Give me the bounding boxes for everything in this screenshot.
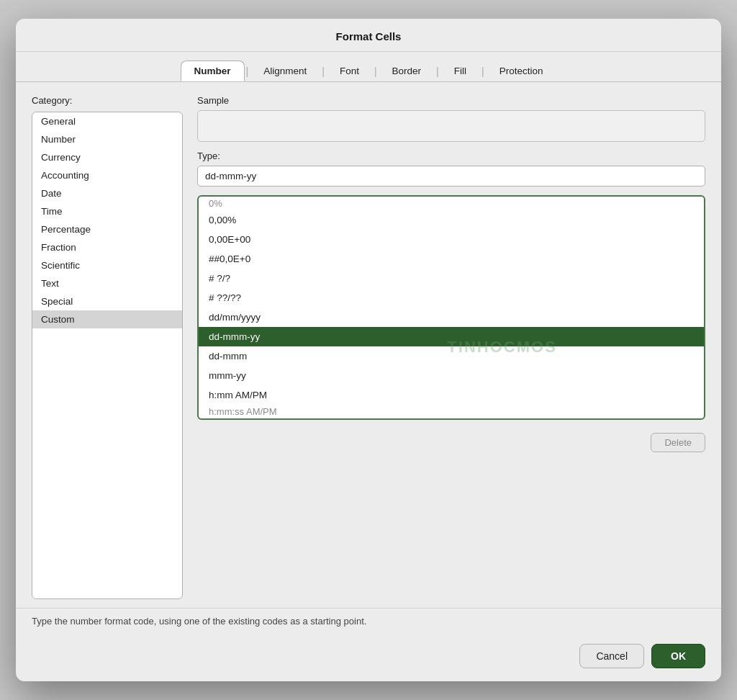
type-input[interactable] <box>197 166 705 187</box>
format-item-8[interactable]: dd-mmm <box>199 346 704 366</box>
tab-protection[interactable]: Protection <box>486 60 557 81</box>
category-item-percentage[interactable]: Percentage <box>32 220 182 238</box>
tab-sep-2: | <box>320 66 326 77</box>
type-label: Type: <box>197 151 705 161</box>
format-item-5[interactable]: # ??/?? <box>199 288 704 308</box>
format-item-1[interactable]: 0,00% <box>199 210 704 230</box>
category-item-special[interactable]: Special <box>32 292 182 310</box>
format-item-11[interactable]: h:mm:ss AM/PM <box>199 405 704 418</box>
sample-section: Sample <box>197 95 705 142</box>
format-item-7[interactable]: dd-mmm-yy <box>199 327 704 346</box>
format-list-wrapper: TINHOCMOS 0% 0,00% 0,00E+00 ##0,0E+0 # ?… <box>197 195 705 420</box>
category-item-scientific[interactable]: Scientific <box>32 256 182 274</box>
format-item-partial[interactable]: 0% <box>199 197 704 210</box>
cancel-button[interactable]: Cancel <box>579 644 644 668</box>
dialog-title: Format Cells <box>16 19 721 52</box>
footer-hint: Type the number format code, using one o… <box>16 608 721 637</box>
format-item-3[interactable]: ##0,0E+0 <box>199 249 704 269</box>
tab-sep-5: | <box>480 66 486 77</box>
content-area: Category: General Number Currency Accoun… <box>16 82 721 608</box>
tab-border[interactable]: Border <box>379 60 435 81</box>
format-item-9[interactable]: mmm-yy <box>199 366 704 385</box>
tab-sep-3: | <box>373 66 379 77</box>
category-list: General Number Currency Accounting Date … <box>32 112 183 599</box>
tab-alignment[interactable]: Alignment <box>250 60 320 81</box>
category-item-date[interactable]: Date <box>32 184 182 202</box>
format-item-4[interactable]: # ?/? <box>199 269 704 288</box>
category-item-general[interactable]: General <box>32 112 182 130</box>
type-section: Type: <box>197 151 705 187</box>
category-item-number[interactable]: Number <box>32 130 182 148</box>
delete-button[interactable]: Delete <box>651 433 705 452</box>
format-item-10[interactable]: h:mm AM/PM <box>199 385 704 405</box>
tabs-row: Number | Alignment | Font | Border | Fil… <box>16 52 721 82</box>
sample-label: Sample <box>197 95 705 106</box>
category-item-fraction[interactable]: Fraction <box>32 238 182 256</box>
delete-row: Delete <box>197 433 705 452</box>
tab-font[interactable]: Font <box>326 60 373 81</box>
category-item-custom[interactable]: Custom <box>32 310 182 328</box>
category-item-text[interactable]: Text <box>32 274 182 292</box>
format-item-2[interactable]: 0,00E+00 <box>199 230 704 249</box>
ok-button[interactable]: OK <box>651 644 705 668</box>
tab-sep-1: | <box>245 66 250 77</box>
format-cells-dialog: Format Cells Number | Alignment | Font |… <box>16 19 721 681</box>
tab-fill[interactable]: Fill <box>440 60 480 81</box>
tab-sep-4: | <box>435 66 440 77</box>
sample-box <box>197 110 705 142</box>
bottom-buttons: Cancel OK <box>16 637 721 681</box>
main-panel: Sample Type: TINHOCMOS 0% 0,00% 0,00E+00… <box>197 95 705 599</box>
category-label: Category: <box>32 95 183 106</box>
format-list[interactable]: 0% 0,00% 0,00E+00 ##0,0E+0 # ?/? # ??/??… <box>199 197 704 418</box>
category-item-accounting[interactable]: Accounting <box>32 166 182 184</box>
category-item-time[interactable]: Time <box>32 202 182 220</box>
tab-number[interactable]: Number <box>181 60 245 81</box>
category-item-currency[interactable]: Currency <box>32 148 182 166</box>
category-panel: Category: General Number Currency Accoun… <box>32 95 183 599</box>
format-item-6[interactable]: dd/mm/yyyy <box>199 308 704 327</box>
